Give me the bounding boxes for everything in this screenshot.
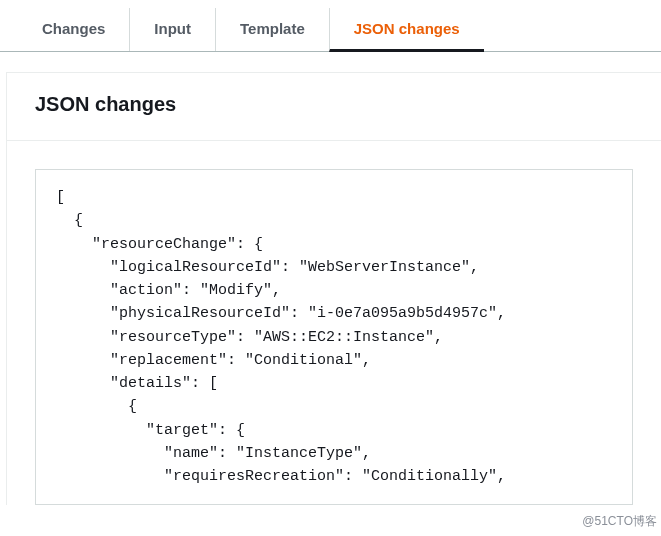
watermark: @51CTO博客 [582, 513, 657, 530]
code-block: [ { "resourceChange": { "logicalResource… [35, 169, 633, 505]
section-title: JSON changes [7, 73, 661, 141]
tab-input[interactable]: Input [129, 8, 215, 51]
tab-template[interactable]: Template [215, 8, 329, 51]
json-code: [ { "resourceChange": { "logicalResource… [56, 186, 612, 488]
tab-changes[interactable]: Changes [18, 8, 129, 51]
content-panel: JSON changes [ { "resourceChange": { "lo… [6, 72, 661, 505]
tab-json-changes[interactable]: JSON changes [329, 8, 484, 52]
tab-bar: Changes Input Template JSON changes [0, 0, 661, 52]
